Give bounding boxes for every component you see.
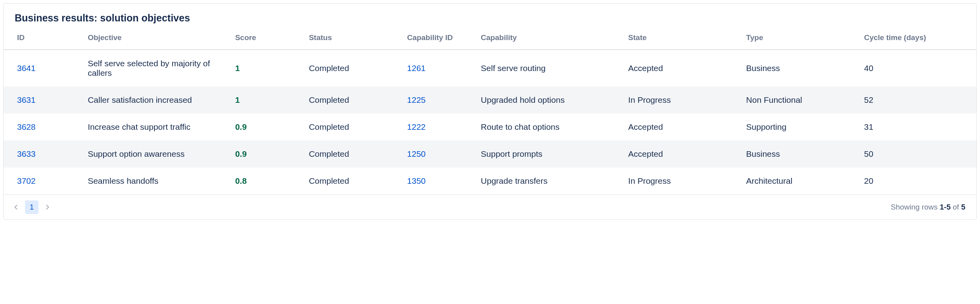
results-panel: Business results: solution objectives ID… — [3, 3, 977, 220]
col-header-type[interactable]: Type — [741, 27, 859, 50]
state-value: Accepted — [623, 140, 740, 167]
score-value: 1 — [230, 87, 304, 114]
chevron-left-icon — [12, 203, 20, 211]
col-header-capability-id[interactable]: Capability ID — [402, 27, 475, 50]
cycle-time-value: 20 — [859, 167, 976, 194]
status-value: Completed — [303, 114, 402, 140]
capability-text: Upgrade transfers — [475, 167, 623, 194]
page-number-current[interactable]: 1 — [25, 200, 38, 214]
cycle-time-value: 40 — [859, 50, 976, 87]
table-footer: 1 Showing rows 1-5 of 5 — [4, 194, 976, 219]
objective-text: Self serve selected by majority of calle… — [82, 50, 230, 87]
capability-id-link[interactable]: 1261 — [402, 50, 475, 87]
next-page-button[interactable] — [41, 200, 54, 214]
objective-id-link[interactable]: 3628 — [4, 114, 82, 140]
objective-id-link[interactable]: 3633 — [4, 140, 82, 167]
type-value: Non Functional — [741, 87, 859, 114]
col-header-capability[interactable]: Capability — [475, 27, 623, 50]
capability-text: Self serve routing — [475, 50, 623, 87]
capability-text: Route to chat options — [475, 114, 623, 140]
col-header-cycle-time[interactable]: Cycle time (days) — [859, 27, 976, 50]
table-row: 3641 Self serve selected by majority of … — [4, 50, 976, 87]
prev-page-button[interactable] — [9, 200, 23, 214]
objective-id-link[interactable]: 3641 — [4, 50, 82, 87]
state-value: In Progress — [623, 167, 740, 194]
table-row: 3702 Seamless handoffs 0.8 Completed 135… — [4, 167, 976, 194]
score-value: 0.9 — [230, 140, 304, 167]
table-row: 3631 Caller satisfaction increased 1 Com… — [4, 87, 976, 114]
score-value: 0.9 — [230, 114, 304, 140]
col-header-score[interactable]: Score — [230, 27, 304, 50]
col-header-id[interactable]: ID — [4, 27, 82, 50]
showing-prefix: Showing rows — [891, 203, 940, 211]
table-body: 3641 Self serve selected by majority of … — [4, 50, 976, 194]
showing-of: of — [951, 203, 961, 211]
table-row: 3628 Increase chat support traffic 0.9 C… — [4, 114, 976, 140]
capability-text: Support prompts — [475, 140, 623, 167]
objective-text: Seamless handoffs — [82, 167, 230, 194]
cycle-time-value: 50 — [859, 140, 976, 167]
type-value: Business — [741, 140, 859, 167]
results-table: ID Objective Score Status Capability ID … — [4, 27, 976, 194]
capability-id-link[interactable]: 1250 — [402, 140, 475, 167]
score-value: 1 — [230, 50, 304, 87]
state-value: In Progress — [623, 87, 740, 114]
status-value: Completed — [303, 87, 402, 114]
objective-id-link[interactable]: 3631 — [4, 87, 82, 114]
type-value: Architectural — [741, 167, 859, 194]
objective-text: Support option awareness — [82, 140, 230, 167]
table-row: 3633 Support option awareness 0.9 Comple… — [4, 140, 976, 167]
showing-range: 1-5 — [940, 203, 951, 211]
col-header-objective[interactable]: Objective — [82, 27, 230, 50]
capability-id-link[interactable]: 1222 — [402, 114, 475, 140]
status-value: Completed — [303, 50, 402, 87]
type-value: Supporting — [741, 114, 859, 140]
status-value: Completed — [303, 140, 402, 167]
objective-text: Increase chat support traffic — [82, 114, 230, 140]
state-value: Accepted — [623, 114, 740, 140]
state-value: Accepted — [623, 50, 740, 87]
score-value: 0.8 — [230, 167, 304, 194]
type-value: Business — [741, 50, 859, 87]
capability-id-link[interactable]: 1225 — [402, 87, 475, 114]
panel-title: Business results: solution objectives — [4, 4, 976, 27]
pagination: 1 — [9, 200, 54, 214]
col-header-state[interactable]: State — [623, 27, 740, 50]
cycle-time-value: 31 — [859, 114, 976, 140]
objective-id-link[interactable]: 3702 — [4, 167, 82, 194]
col-header-status[interactable]: Status — [303, 27, 402, 50]
objective-text: Caller satisfaction increased — [82, 87, 230, 114]
capability-text: Upgraded hold options — [475, 87, 623, 114]
capability-id-link[interactable]: 1350 — [402, 167, 475, 194]
cycle-time-value: 52 — [859, 87, 976, 114]
status-value: Completed — [303, 167, 402, 194]
showing-total: 5 — [961, 203, 965, 211]
table-header-row: ID Objective Score Status Capability ID … — [4, 27, 976, 50]
showing-rows-text: Showing rows 1-5 of 5 — [891, 203, 965, 212]
chevron-right-icon — [44, 203, 52, 211]
